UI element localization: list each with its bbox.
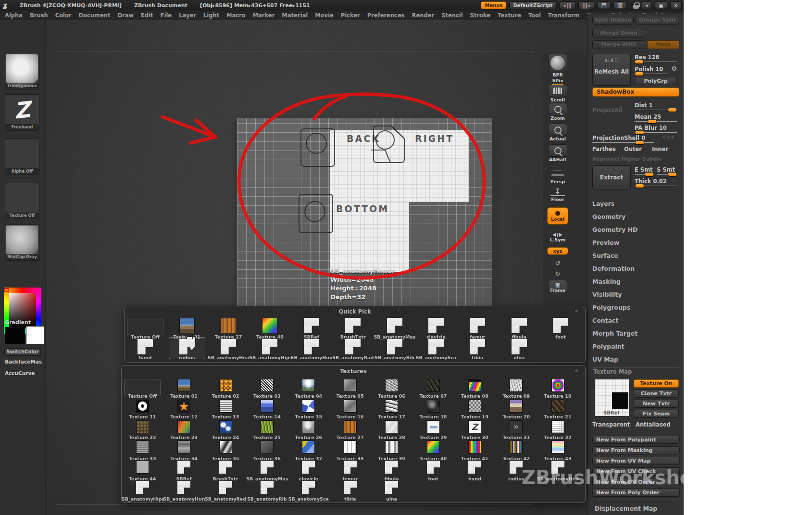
weld-button[interactable]: Weld xyxy=(647,40,679,49)
texture-thumb-texture-23[interactable] xyxy=(177,420,190,433)
quick-pick-header[interactable]: Quick Pick xyxy=(125,308,585,315)
split-hidden-button[interactable]: Split Hidden xyxy=(592,16,634,25)
texture-thumb-sb-anatomyhea[interactable] xyxy=(221,339,236,354)
texture-thumb-femur[interactable] xyxy=(470,318,485,333)
texture-thumb-texture-41[interactable] xyxy=(468,440,481,453)
texture-thumb-radius[interactable] xyxy=(179,339,195,354)
texture-thumb-texture-35[interactable] xyxy=(219,440,232,453)
textures-header[interactable]: Textures xyxy=(122,368,585,375)
texture-thumb-clavicle[interactable] xyxy=(428,318,444,333)
texture-thumb-sb-anatomyrib[interactable] xyxy=(261,481,274,494)
texture-thumb-foot[interactable] xyxy=(553,318,568,333)
section-contact[interactable]: Contact xyxy=(592,317,679,324)
action-new-from-uv-check[interactable]: New From UV Check xyxy=(592,467,680,476)
shadowbox-button[interactable]: ShadowBox xyxy=(592,88,679,97)
section-geometry[interactable]: Geometry xyxy=(592,213,679,220)
texture-thumb-sbref[interactable] xyxy=(177,461,190,474)
texture-thumb-texture-01[interactable] xyxy=(179,318,195,333)
pa-blur-handle[interactable] xyxy=(636,131,644,134)
texture-thumb-texture-27[interactable] xyxy=(221,318,236,333)
section-morph-target[interactable]: Morph Target xyxy=(592,330,679,337)
clone-txtr-button[interactable]: Clone Txtr xyxy=(634,389,679,398)
res-slider[interactable]: Res 128 xyxy=(635,54,660,61)
menu-file[interactable]: File xyxy=(161,12,172,19)
rail-bpr-button[interactable]: BPR xyxy=(546,54,569,77)
merge-visib-button[interactable]: Merge Visib xyxy=(592,40,645,49)
texture-thumb-brushtxtr[interactable] xyxy=(345,318,361,333)
texture-thumb-fibula[interactable] xyxy=(512,318,527,333)
s-smt-slider[interactable]: S Smt xyxy=(657,166,675,173)
texture-thumb-hand[interactable] xyxy=(137,339,153,354)
section-surface[interactable]: Surface xyxy=(592,252,679,259)
texture-thumb-ulna[interactable] xyxy=(385,481,398,494)
menu-stencil[interactable]: Stencil xyxy=(441,12,462,19)
menus-button[interactable]: Menus xyxy=(481,1,506,9)
texture-thumb-texture-31[interactable]: » xyxy=(510,420,523,433)
rail-lsym-button[interactable]: ◀¦▶L.Sym xyxy=(546,232,569,242)
material-thumbnail[interactable]: MatCap Gray xyxy=(5,224,39,261)
section-preview[interactable]: Preview xyxy=(592,239,679,246)
texture-thumb-texture-16[interactable] xyxy=(344,400,357,413)
texture-thumb-tibia[interactable] xyxy=(470,339,485,354)
texture-thumb-texture-26[interactable] xyxy=(302,420,315,433)
section-layers[interactable]: Layers xyxy=(592,200,679,207)
scroll-left-button[interactable]: «||| xyxy=(560,1,575,9)
menu-preferences[interactable]: Preferences xyxy=(367,12,405,19)
accucurve-button[interactable]: AccuCurve xyxy=(0,370,46,376)
texture-thumb-ulna[interactable] xyxy=(512,339,527,354)
section-visibility[interactable]: Visibility xyxy=(592,291,679,298)
thick-handle[interactable] xyxy=(636,184,644,188)
secondary-color-swatch[interactable] xyxy=(26,326,44,344)
texture-thumb-texture-30[interactable]: Z xyxy=(468,420,481,433)
texture-thumb-fibula[interactable] xyxy=(385,461,398,474)
menu-stroke[interactable]: Stroke xyxy=(470,12,491,19)
texture-thumb-texture-01[interactable] xyxy=(177,379,190,392)
texture-thumb-texture-37[interactable] xyxy=(302,440,315,453)
texture-thumb-texture-20[interactable] xyxy=(510,400,523,413)
menu-color[interactable]: Color xyxy=(55,12,72,19)
texture-thumb-texture-18[interactable] xyxy=(427,400,440,413)
pa-blur-slider[interactable]: PA Blur 10 xyxy=(635,125,667,131)
mean-handle[interactable] xyxy=(648,120,656,123)
texture-thumb-texture-24[interactable] xyxy=(219,420,232,433)
texture-thumb-texture-17[interactable] xyxy=(385,400,398,413)
rail-zoom-button[interactable]: Zoom xyxy=(546,103,569,121)
polish-slider[interactable]: Polish 10 xyxy=(635,66,663,73)
texture-thumb-sb-anatomyhips[interactable] xyxy=(136,481,149,494)
texture-thumb-texture-off[interactable] xyxy=(127,318,163,335)
texture-thumb-tibia[interactable] xyxy=(344,481,357,494)
projectionshell-slider[interactable]: ProjectionShell 0 xyxy=(592,135,645,141)
polish-handle[interactable] xyxy=(635,72,643,75)
polygrp-button[interactable]: PolyGrp xyxy=(635,77,677,85)
close-button[interactable]: × xyxy=(670,1,682,9)
texture-thumb-texture-13[interactable] xyxy=(219,400,232,413)
menu-picker[interactable]: Picker xyxy=(341,12,360,19)
groups-split-button[interactable]: Groups Split xyxy=(636,16,679,25)
antialiased-toggle[interactable]: Antialiased xyxy=(636,421,671,428)
rail-actual-button[interactable]: Actual xyxy=(546,124,569,141)
texture-on-button[interactable]: Texture On xyxy=(634,379,679,388)
texture-thumb-texture-06[interactable] xyxy=(385,379,398,392)
menu-draw[interactable]: Draw xyxy=(117,12,134,19)
projectionshell-handle[interactable] xyxy=(636,141,644,144)
texture-thumb-texture-10[interactable] xyxy=(551,379,564,392)
stroke-thumbnail[interactable]: Z Freehand xyxy=(5,94,39,131)
texture-thumb-texture-15[interactable] xyxy=(302,400,315,413)
texture-thumb-texture-42[interactable] xyxy=(510,440,523,453)
section-geometry-hd[interactable]: Geometry HD xyxy=(592,226,679,233)
rail-xyz-button[interactable]: xyz xyxy=(546,247,569,255)
menu-texture[interactable]: Texture xyxy=(498,12,521,19)
switch-color-button[interactable]: SwitchColor xyxy=(4,348,41,356)
texture-thumb-texture-14[interactable] xyxy=(261,400,274,413)
rail--button[interactable]: ↻ xyxy=(546,270,569,277)
texture-thumb-texture-28[interactable] xyxy=(385,420,398,433)
rail-scroll-button[interactable]: Scroll xyxy=(546,85,569,102)
texture-thumb-texture-27[interactable] xyxy=(344,420,357,433)
texture-thumb-texture-08[interactable] xyxy=(468,379,481,392)
texture-thumb-texture-09[interactable] xyxy=(510,379,523,392)
texture-thumb-texture-22[interactable] xyxy=(136,420,149,433)
texture-thumb-sbref[interactable] xyxy=(304,318,319,333)
extract-button[interactable]: Extract xyxy=(592,165,631,189)
brush-thumbnail[interactable]: TrimDynamic xyxy=(5,53,39,89)
alpha-thumbnail[interactable]: Alpha Off xyxy=(5,138,39,175)
